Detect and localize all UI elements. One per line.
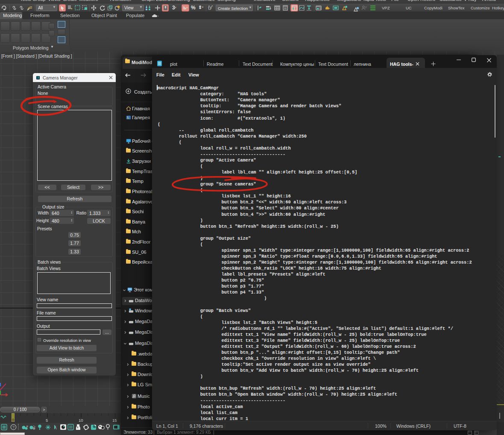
svg-text:?: ? bbox=[12, 425, 15, 429]
